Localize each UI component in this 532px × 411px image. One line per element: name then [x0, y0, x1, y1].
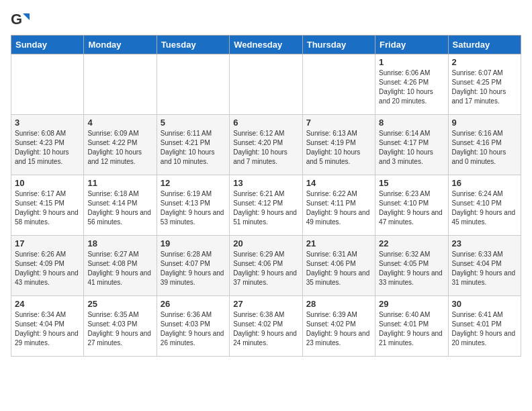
day-number: 28 [306, 299, 371, 309]
calendar-cell: 17Sunrise: 6:26 AM Sunset: 4:09 PM Dayli… [11, 236, 84, 296]
day-number: 16 [452, 178, 517, 188]
day-number: 18 [87, 238, 152, 248]
day-number: 20 [233, 238, 298, 248]
day-number: 22 [379, 238, 444, 248]
weekday-header-tuesday: Tuesday [157, 36, 229, 54]
calendar-cell: 24Sunrise: 6:34 AM Sunset: 4:04 PM Dayli… [11, 296, 84, 357]
day-info: Sunrise: 6:06 AM Sunset: 4:26 PM Dayligh… [379, 68, 444, 106]
day-info: Sunrise: 6:16 AM Sunset: 4:16 PM Dayligh… [452, 129, 517, 167]
weekday-header-thursday: Thursday [302, 36, 375, 54]
calendar-cell [230, 54, 302, 115]
day-number: 15 [379, 178, 444, 188]
calendar-cell: 10Sunrise: 6:17 AM Sunset: 4:15 PM Dayli… [11, 175, 84, 236]
day-number: 1 [379, 57, 444, 67]
calendar-cell: 23Sunrise: 6:33 AM Sunset: 4:04 PM Dayli… [448, 236, 521, 296]
day-number: 11 [87, 178, 152, 188]
svg-text:G: G [11, 11, 22, 28]
day-number: 9 [452, 118, 517, 128]
day-number: 26 [161, 299, 226, 309]
calendar-cell: 9Sunrise: 6:16 AM Sunset: 4:16 PM Daylig… [448, 115, 521, 175]
calendar: SundayMondayTuesdayWednesdayThursdayFrid… [11, 35, 521, 357]
day-info: Sunrise: 6:19 AM Sunset: 4:13 PM Dayligh… [161, 189, 226, 227]
day-info: Sunrise: 6:17 AM Sunset: 4:15 PM Dayligh… [15, 189, 80, 227]
day-number: 24 [15, 299, 80, 309]
day-number: 10 [15, 178, 80, 188]
calendar-cell: 4Sunrise: 6:09 AM Sunset: 4:22 PM Daylig… [84, 115, 157, 175]
day-info: Sunrise: 6:41 AM Sunset: 4:01 PM Dayligh… [452, 310, 517, 348]
weekday-header-monday: Monday [84, 36, 157, 54]
day-info: Sunrise: 6:29 AM Sunset: 4:06 PM Dayligh… [233, 250, 298, 287]
svg-marker-1 [23, 13, 30, 20]
calendar-cell: 16Sunrise: 6:24 AM Sunset: 4:10 PM Dayli… [448, 175, 521, 236]
day-number: 2 [452, 57, 517, 67]
calendar-cell: 30Sunrise: 6:41 AM Sunset: 4:01 PM Dayli… [448, 296, 521, 357]
calendar-cell: 25Sunrise: 6:35 AM Sunset: 4:03 PM Dayli… [84, 296, 157, 357]
calendar-cell: 29Sunrise: 6:40 AM Sunset: 4:01 PM Dayli… [375, 296, 448, 357]
calendar-cell: 28Sunrise: 6:39 AM Sunset: 4:02 PM Dayli… [302, 296, 375, 357]
day-info: Sunrise: 6:28 AM Sunset: 4:07 PM Dayligh… [161, 250, 226, 287]
calendar-cell: 7Sunrise: 6:13 AM Sunset: 4:19 PM Daylig… [302, 115, 375, 175]
day-number: 25 [87, 299, 152, 309]
day-number: 4 [87, 118, 152, 128]
day-info: Sunrise: 6:09 AM Sunset: 4:22 PM Dayligh… [87, 129, 152, 167]
weekday-header-wednesday: Wednesday [230, 36, 302, 54]
day-info: Sunrise: 6:32 AM Sunset: 4:05 PM Dayligh… [379, 250, 444, 287]
day-info: Sunrise: 6:24 AM Sunset: 4:10 PM Dayligh… [452, 189, 517, 227]
day-number: 12 [161, 178, 226, 188]
calendar-cell [157, 54, 229, 115]
day-info: Sunrise: 6:26 AM Sunset: 4:09 PM Dayligh… [15, 250, 80, 287]
calendar-cell: 14Sunrise: 6:22 AM Sunset: 4:11 PM Dayli… [302, 175, 375, 236]
calendar-cell: 1Sunrise: 6:06 AM Sunset: 4:26 PM Daylig… [375, 54, 448, 115]
day-info: Sunrise: 6:23 AM Sunset: 4:10 PM Dayligh… [379, 189, 444, 227]
calendar-cell [84, 54, 157, 115]
calendar-cell: 20Sunrise: 6:29 AM Sunset: 4:06 PM Dayli… [230, 236, 302, 296]
day-info: Sunrise: 6:36 AM Sunset: 4:03 PM Dayligh… [161, 310, 226, 348]
day-info: Sunrise: 6:21 AM Sunset: 4:12 PM Dayligh… [233, 189, 298, 227]
calendar-cell: 3Sunrise: 6:08 AM Sunset: 4:23 PM Daylig… [11, 115, 84, 175]
logo-icon: G [11, 11, 30, 30]
day-number: 27 [233, 299, 298, 309]
day-number: 17 [15, 238, 80, 248]
weekday-header-sunday: Sunday [11, 36, 84, 54]
day-number: 23 [452, 238, 517, 248]
calendar-cell: 15Sunrise: 6:23 AM Sunset: 4:10 PM Dayli… [375, 175, 448, 236]
calendar-cell: 6Sunrise: 6:12 AM Sunset: 4:20 PM Daylig… [230, 115, 302, 175]
calendar-cell [302, 54, 375, 115]
weekday-header-friday: Friday [375, 36, 448, 54]
day-info: Sunrise: 6:14 AM Sunset: 4:17 PM Dayligh… [379, 129, 444, 167]
day-info: Sunrise: 6:27 AM Sunset: 4:08 PM Dayligh… [87, 250, 152, 287]
day-info: Sunrise: 6:38 AM Sunset: 4:02 PM Dayligh… [233, 310, 298, 348]
day-number: 14 [306, 178, 371, 188]
calendar-cell: 26Sunrise: 6:36 AM Sunset: 4:03 PM Dayli… [157, 296, 229, 357]
header: G [11, 11, 521, 30]
weekday-header-saturday: Saturday [448, 36, 521, 54]
day-number: 8 [379, 118, 444, 128]
day-number: 7 [306, 118, 371, 128]
day-info: Sunrise: 6:07 AM Sunset: 4:25 PM Dayligh… [452, 68, 517, 106]
day-info: Sunrise: 6:12 AM Sunset: 4:20 PM Dayligh… [233, 129, 298, 167]
calendar-cell: 19Sunrise: 6:28 AM Sunset: 4:07 PM Dayli… [157, 236, 229, 296]
calendar-cell [11, 54, 84, 115]
day-number: 13 [233, 178, 298, 188]
calendar-cell: 2Sunrise: 6:07 AM Sunset: 4:25 PM Daylig… [448, 54, 521, 115]
day-info: Sunrise: 6:34 AM Sunset: 4:04 PM Dayligh… [15, 310, 80, 348]
day-number: 21 [306, 238, 371, 248]
calendar-cell: 27Sunrise: 6:38 AM Sunset: 4:02 PM Dayli… [230, 296, 302, 357]
calendar-cell: 13Sunrise: 6:21 AM Sunset: 4:12 PM Dayli… [230, 175, 302, 236]
day-number: 29 [379, 299, 444, 309]
day-info: Sunrise: 6:22 AM Sunset: 4:11 PM Dayligh… [306, 189, 371, 227]
calendar-cell: 22Sunrise: 6:32 AM Sunset: 4:05 PM Dayli… [375, 236, 448, 296]
calendar-cell: 11Sunrise: 6:18 AM Sunset: 4:14 PM Dayli… [84, 175, 157, 236]
day-info: Sunrise: 6:39 AM Sunset: 4:02 PM Dayligh… [306, 310, 371, 348]
day-number: 30 [452, 299, 517, 309]
calendar-cell: 5Sunrise: 6:11 AM Sunset: 4:21 PM Daylig… [157, 115, 229, 175]
calendar-cell: 18Sunrise: 6:27 AM Sunset: 4:08 PM Dayli… [84, 236, 157, 296]
day-number: 6 [233, 118, 298, 128]
day-number: 3 [15, 118, 80, 128]
logo: G [11, 11, 32, 30]
day-info: Sunrise: 6:11 AM Sunset: 4:21 PM Dayligh… [161, 129, 226, 167]
day-info: Sunrise: 6:31 AM Sunset: 4:06 PM Dayligh… [306, 250, 371, 287]
day-info: Sunrise: 6:33 AM Sunset: 4:04 PM Dayligh… [452, 250, 517, 287]
calendar-cell: 12Sunrise: 6:19 AM Sunset: 4:13 PM Dayli… [157, 175, 229, 236]
day-info: Sunrise: 6:18 AM Sunset: 4:14 PM Dayligh… [87, 189, 152, 227]
